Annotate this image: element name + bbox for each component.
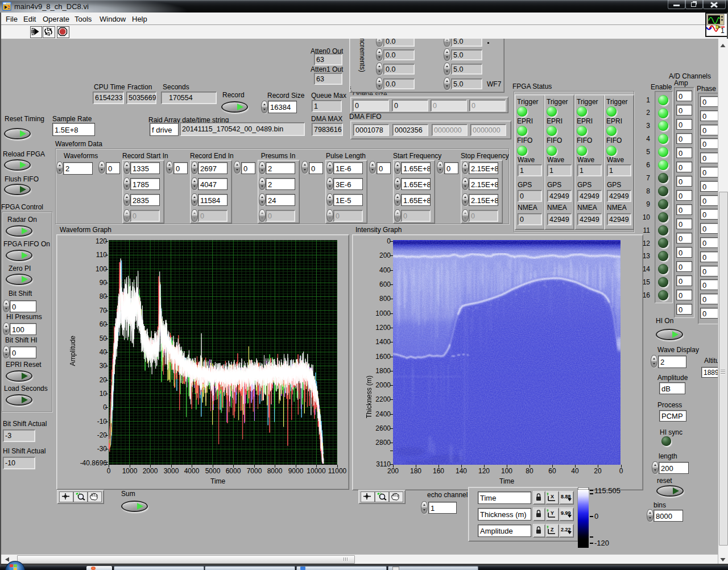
svg-text:X: X <box>551 494 554 499</box>
svg-text:Z: Z <box>551 527 554 532</box>
svg-text:1: 1 <box>721 27 725 34</box>
svg-text:Y: Y <box>551 510 554 516</box>
